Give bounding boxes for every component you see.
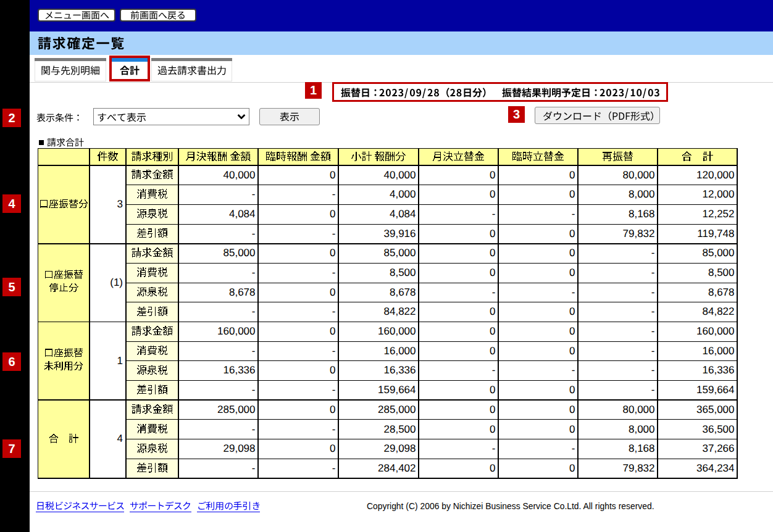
svg-text:0: 0 (490, 188, 495, 200)
svg-text:159,664: 159,664 (378, 384, 416, 396)
svg-text:-: - (651, 286, 655, 298)
svg-text:-: - (492, 208, 496, 220)
svg-text:120,000: 120,000 (696, 169, 734, 181)
svg-text:80,000: 80,000 (623, 169, 655, 181)
svg-text:0: 0 (569, 169, 575, 181)
svg-text:8,168: 8,168 (629, 443, 655, 454)
svg-text:0: 0 (490, 305, 495, 317)
svg-text:0: 0 (569, 228, 575, 239)
svg-text:-: - (492, 443, 496, 454)
svg-text:0: 0 (490, 423, 495, 435)
svg-text:-: - (572, 443, 575, 454)
svg-text:84,822: 84,822 (703, 305, 735, 317)
svg-text:28,500: 28,500 (384, 423, 416, 435)
svg-text:16,336: 16,336 (224, 364, 256, 376)
svg-text:80,000: 80,000 (623, 404, 655, 415)
svg-text:0: 0 (569, 188, 575, 200)
svg-text:8,500: 8,500 (390, 267, 416, 278)
svg-text:-: - (252, 345, 256, 357)
svg-text:-: - (332, 462, 336, 474)
svg-text:364,234: 364,234 (696, 462, 734, 474)
svg-text:8,000: 8,000 (629, 423, 655, 435)
svg-text:40,000: 40,000 (224, 169, 256, 181)
svg-text:-: - (651, 364, 655, 376)
svg-text:4: 4 (117, 433, 123, 444)
svg-text:0: 0 (490, 462, 495, 474)
svg-text:4,000: 4,000 (390, 188, 416, 200)
svg-text:0: 0 (490, 267, 495, 278)
svg-text:-: - (332, 345, 336, 357)
svg-text:16,000: 16,000 (703, 345, 735, 357)
svg-text:79,832: 79,832 (623, 462, 655, 474)
svg-text:-: - (651, 325, 655, 337)
svg-text:-: - (332, 228, 336, 239)
svg-text:0: 0 (569, 345, 575, 357)
svg-text:0: 0 (569, 423, 575, 435)
svg-text:4,084: 4,084 (229, 208, 256, 220)
svg-text:12,252: 12,252 (703, 208, 735, 220)
svg-text:-: - (332, 384, 336, 396)
svg-text:365,000: 365,000 (696, 404, 734, 415)
svg-text:0: 0 (569, 404, 575, 415)
svg-text:16,336: 16,336 (703, 364, 735, 376)
svg-text:-: - (572, 208, 575, 220)
svg-text:0: 0 (490, 247, 495, 259)
svg-text:-: - (252, 188, 256, 200)
svg-text:16,000: 16,000 (384, 345, 416, 357)
svg-text:29,098: 29,098 (384, 443, 416, 454)
svg-text:-: - (492, 364, 496, 376)
svg-text:12,000: 12,000 (703, 188, 735, 200)
svg-text:3: 3 (117, 198, 123, 210)
svg-text:0: 0 (330, 325, 335, 337)
svg-text:36,500: 36,500 (703, 423, 735, 435)
svg-text:0: 0 (490, 404, 495, 415)
svg-text:-: - (651, 345, 655, 357)
svg-text:8,000: 8,000 (629, 188, 655, 200)
svg-text:119,748: 119,748 (697, 228, 734, 239)
svg-text:85,000: 85,000 (384, 247, 416, 259)
svg-text:-: - (252, 462, 256, 474)
svg-text:0: 0 (330, 247, 335, 259)
svg-text:8,678: 8,678 (390, 286, 416, 298)
svg-text:-: - (492, 286, 496, 298)
svg-text:-: - (651, 384, 655, 396)
svg-text:0: 0 (569, 462, 575, 474)
svg-text:-: - (252, 228, 256, 239)
svg-text:-: - (332, 423, 336, 435)
svg-text:0: 0 (330, 404, 335, 415)
svg-text:-: - (572, 286, 575, 298)
svg-text:39,916: 39,916 (384, 228, 416, 239)
svg-text:0: 0 (330, 169, 335, 181)
svg-text:40,000: 40,000 (384, 169, 416, 181)
svg-text:37,266: 37,266 (703, 443, 735, 454)
svg-text:0: 0 (490, 169, 495, 181)
svg-text:159,664: 159,664 (696, 384, 734, 396)
svg-text:-: - (252, 267, 256, 278)
svg-text:-: - (651, 267, 655, 278)
svg-text:-: - (651, 247, 655, 259)
svg-text:0: 0 (330, 286, 335, 298)
svg-text:0: 0 (569, 305, 575, 317)
svg-text:0: 0 (490, 345, 495, 357)
svg-text:285,000: 285,000 (378, 404, 416, 415)
svg-text:0: 0 (490, 325, 495, 337)
svg-text:1: 1 (117, 355, 123, 367)
svg-text:0: 0 (330, 364, 335, 376)
svg-text:-: - (252, 384, 256, 396)
svg-text:8,678: 8,678 (229, 286, 256, 298)
svg-text:0: 0 (569, 267, 575, 278)
svg-text:285,000: 285,000 (217, 404, 255, 415)
svg-text:160,000: 160,000 (696, 325, 734, 337)
svg-text:160,000: 160,000 (217, 325, 255, 337)
svg-text:-: - (332, 267, 336, 278)
svg-text:-: - (332, 188, 336, 200)
svg-text:84,822: 84,822 (384, 305, 416, 317)
svg-text:0: 0 (330, 208, 335, 220)
svg-text:79,832: 79,832 (623, 228, 655, 239)
svg-text:8,500: 8,500 (708, 267, 735, 278)
svg-text:160,000: 160,000 (378, 325, 416, 337)
svg-text:0: 0 (569, 325, 575, 337)
svg-text:4,084: 4,084 (390, 208, 416, 220)
svg-text:0: 0 (569, 247, 575, 259)
svg-text:16,336: 16,336 (384, 364, 416, 376)
